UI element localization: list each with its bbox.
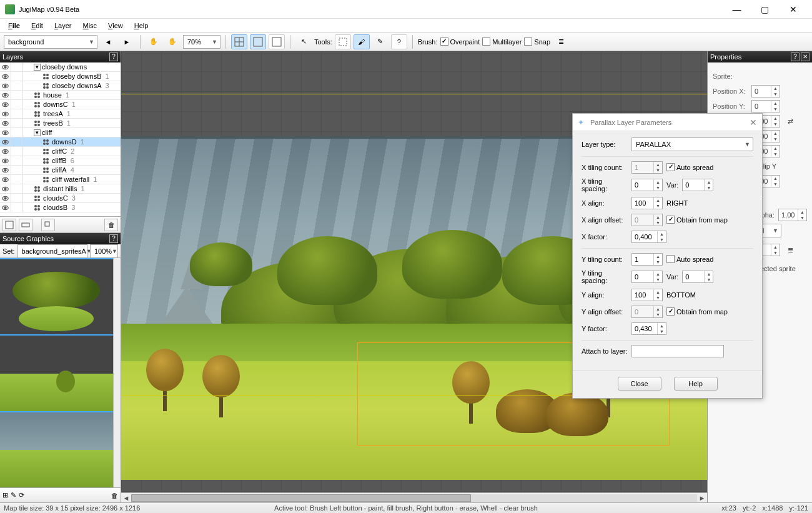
pen-tool-button[interactable]: ✎ <box>372 34 389 49</box>
attach-input[interactable] <box>631 345 724 357</box>
visibility-icon[interactable] <box>0 109 11 118</box>
close-button[interactable]: ✕ <box>779 1 807 18</box>
layer-row[interactable]: cloudsC3 <box>0 194 121 203</box>
flags-list-icon[interactable]: ≣ <box>788 246 793 254</box>
blend-alpha-input[interactable]: 1,00▲▼ <box>778 209 807 221</box>
y-tiling-count-input[interactable]: 1▲▼ <box>631 253 663 266</box>
horizontal-scrollbar[interactable]: ◄► <box>121 492 707 502</box>
dialog-titlebar[interactable]: ✦ Parallax Layer Parameters ✕ <box>573 114 762 131</box>
select-tool-button[interactable] <box>335 34 351 49</box>
properties-help-icon[interactable]: ? <box>791 52 800 61</box>
visibility-icon[interactable] <box>0 166 11 174</box>
properties-close-icon[interactable]: ✕ <box>801 52 810 61</box>
nav-next-button[interactable]: ► <box>119 34 135 49</box>
layers-trash-button[interactable]: 🗑 <box>104 219 118 231</box>
visibility-icon[interactable] <box>0 72 11 81</box>
canvas-area[interactable]: ◄► ✦ Parallax Layer Parameters ✕ Layer t… <box>121 51 707 502</box>
y-align-input[interactable]: 100▲▼ <box>631 289 663 301</box>
menu-view[interactable]: View <box>102 21 129 31</box>
visibility-icon[interactable] <box>0 81 11 90</box>
x-var-input[interactable]: 0▲▼ <box>682 179 713 191</box>
visibility-icon[interactable] <box>0 128 11 137</box>
menu-help[interactable]: Help <box>129 21 154 31</box>
visibility-icon[interactable] <box>0 156 11 165</box>
layer-row[interactable]: ▾cliff <box>0 128 121 137</box>
layer-row[interactable]: ▾closeby downs <box>0 62 121 72</box>
sprite-thumb[interactable] <box>0 258 113 336</box>
source-zoom-combo[interactable]: 100%▼ <box>90 244 118 258</box>
source-thumbnails[interactable] <box>0 258 113 487</box>
dialog-help-button[interactable]: Help <box>674 377 718 391</box>
source-a-button[interactable]: ⊞ <box>2 491 8 499</box>
visibility-icon[interactable] <box>0 119 11 127</box>
layer-row[interactable]: house1 <box>0 91 121 100</box>
visibility-icon[interactable] <box>0 184 11 193</box>
x-obtain-from-map-checkbox[interactable]: Obtain from map <box>666 216 728 224</box>
visibility-icon[interactable] <box>0 175 11 184</box>
layer-row[interactable]: downsC1 <box>0 100 121 109</box>
layers-mode-a-button[interactable] <box>2 219 16 231</box>
layer-select-combo[interactable]: background▼ <box>4 35 97 49</box>
menu-misc[interactable]: Misc <box>77 21 102 31</box>
y-tiling-spacing-input[interactable]: 0▲▼ <box>631 271 663 283</box>
layer-row[interactable]: closeby downsB1 <box>0 72 121 81</box>
visibility-icon[interactable] <box>0 194 11 202</box>
pos-x-input[interactable]: 0▲▼ <box>751 85 780 97</box>
visibility-icon[interactable] <box>0 100 11 109</box>
layer-row[interactable]: cliffA4 <box>0 166 121 175</box>
layer-row[interactable]: cliffC2 <box>0 147 121 156</box>
layers-mode-c-button[interactable] <box>41 219 55 231</box>
help-tool-button[interactable]: ? <box>391 34 407 49</box>
y-obtain-from-map-checkbox[interactable]: Obtain from map <box>666 307 728 316</box>
layer-row[interactable]: cliffB6 <box>0 156 121 166</box>
menu-layer[interactable]: Layer <box>49 21 77 31</box>
visibility-icon[interactable] <box>0 147 11 156</box>
layer-row[interactable]: cliff waterfall1 <box>0 175 121 184</box>
x-tiling-spacing-input[interactable]: 0▲▼ <box>631 179 663 191</box>
layer-row[interactable]: treesB1 <box>0 119 121 128</box>
hand-out-icon[interactable]: ✋ <box>146 34 162 49</box>
maximize-button[interactable]: ▢ <box>751 1 779 18</box>
set-combo[interactable]: background_spritesA▼ <box>17 244 87 258</box>
y-var-input[interactable]: 0▲▼ <box>682 271 713 283</box>
snap-checkbox[interactable]: Snap <box>524 37 550 46</box>
fold-icon[interactable]: ▾ <box>34 64 41 71</box>
nav-prev-button[interactable]: ◄ <box>100 34 116 49</box>
source-c-button[interactable]: ⟳ <box>19 491 24 499</box>
pos-y-input[interactable]: 0▲▼ <box>751 100 780 112</box>
visibility-icon[interactable] <box>0 91 11 99</box>
fold-icon[interactable]: ▾ <box>34 129 41 136</box>
menu-edit[interactable]: Edit <box>26 21 49 31</box>
cursor-tool-button[interactable]: ↖ <box>295 34 312 49</box>
layer-type-combo[interactable]: PARALLAX▼ <box>631 137 753 151</box>
visibility-icon[interactable] <box>0 203 11 212</box>
zoom-combo[interactable]: 70%▼ <box>183 35 220 49</box>
brush-tool-button[interactable]: 🖌 <box>354 34 370 49</box>
x-factor-input[interactable]: 0,400▲▼ <box>631 231 666 243</box>
source-help-icon[interactable]: ? <box>109 234 118 243</box>
dialog-close-button[interactable]: Close <box>618 377 661 391</box>
source-scrollbar[interactable] <box>113 258 121 487</box>
layer-row[interactable]: closeby downsA3 <box>0 81 121 91</box>
overpaint-checkbox[interactable]: Overpaint <box>440 37 480 46</box>
source-trash-button[interactable]: 🗑 <box>111 492 118 499</box>
layers-help-icon[interactable]: ? <box>109 52 118 61</box>
x-align-input[interactable]: 100▲▼ <box>631 197 663 209</box>
sprite-thumb[interactable] <box>0 336 113 412</box>
x-auto-spread-checkbox[interactable]: Auto spread <box>666 163 713 171</box>
layer-list[interactable]: ▾closeby downscloseby downsB1closeby dow… <box>0 62 121 216</box>
source-b-button[interactable]: ✎ <box>11 491 16 499</box>
layers-mode-b-button[interactable] <box>19 219 32 231</box>
layer-row[interactable]: cloudsB3 <box>0 203 121 212</box>
sprite-thumb[interactable] <box>0 412 113 487</box>
layer-row[interactable]: downsD1 <box>0 137 121 147</box>
link-icon[interactable]: ⇄ <box>788 117 793 126</box>
minimize-button[interactable]: — <box>723 1 751 18</box>
grid-a-button[interactable] <box>231 34 247 49</box>
menu-file[interactable]: File <box>2 21 26 31</box>
hand-in-icon[interactable]: ✋ <box>164 34 181 49</box>
y-factor-input[interactable]: 0,430▲▼ <box>631 322 666 335</box>
layer-row[interactable]: distant hills1 <box>0 184 121 194</box>
list-icon[interactable]: ≣ <box>553 34 569 49</box>
dialog-close-icon[interactable]: ✕ <box>750 117 757 127</box>
